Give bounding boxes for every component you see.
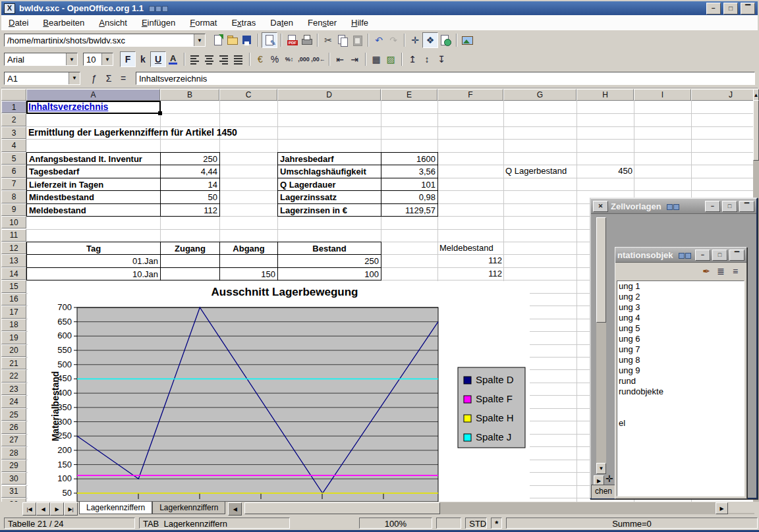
valign-top-button[interactable]: ↥: [405, 52, 420, 66]
cell-F13[interactable]: 112: [437, 254, 504, 267]
save-icon[interactable]: [240, 33, 254, 47]
cell-B12[interactable]: Zugang: [160, 242, 220, 255]
style-list-item[interactable]: ung 1: [617, 281, 744, 292]
cell-B8[interactable]: 50: [160, 190, 220, 203]
style-list-item[interactable]: [617, 408, 744, 418]
next-sheet-button[interactable]: ▶: [50, 502, 64, 516]
rollup-button[interactable]: ▔: [741, 3, 755, 14]
cell-C12[interactable]: Abgang: [219, 242, 278, 255]
align-left-button[interactable]: [188, 52, 202, 66]
row-header-16[interactable]: 16: [1, 293, 26, 306]
italic-button[interactable]: k: [136, 52, 150, 66]
menu-item-fenster[interactable]: Fenster: [300, 16, 344, 30]
font-size-dropdown-icon[interactable]: ▼: [101, 53, 113, 65]
column-header-E[interactable]: E: [381, 89, 437, 101]
row-header-7[interactable]: 7: [1, 178, 26, 190]
number-currency-button[interactable]: €: [253, 52, 267, 66]
font-name-combobox[interactable]: Arial ▼: [4, 53, 78, 66]
cell-D12[interactable]: Bestand: [277, 242, 381, 255]
row-header-9[interactable]: 9: [1, 203, 26, 216]
row-header-19[interactable]: 19: [1, 331, 26, 344]
cell-B9[interactable]: 112: [160, 203, 220, 217]
add-decimal-button[interactable]: ,000: [296, 52, 311, 66]
row-header-26[interactable]: 26: [1, 421, 26, 433]
url-combobox[interactable]: /home/martinix/shots/bwldv.sxc ▼: [4, 34, 206, 47]
menu-item-einfügen[interactable]: Einfügen: [134, 16, 183, 30]
column-header-A[interactable]: A: [26, 89, 160, 101]
row-header-8[interactable]: 8: [1, 190, 26, 203]
scroll-up-icon[interactable]: ▲: [753, 89, 759, 101]
row-header-14[interactable]: 14: [1, 267, 26, 280]
column-header-G[interactable]: G: [503, 89, 576, 101]
menu-item-bearbeiten[interactable]: Bearbeiten: [36, 16, 92, 30]
fill-handle[interactable]: [158, 111, 162, 115]
hscroll-thumb[interactable]: [244, 502, 440, 514]
column-header-B[interactable]: B: [160, 89, 219, 101]
selection-mode[interactable]: STD: [465, 518, 487, 529]
column-header-J[interactable]: J: [691, 89, 754, 101]
cell-E8[interactable]: 0,98: [381, 190, 438, 203]
menu-item-daten[interactable]: Daten: [263, 16, 300, 30]
hidden-sheet-tab[interactable]: chen: [591, 485, 616, 498]
scroll-down-icon[interactable]: ▼: [596, 463, 606, 474]
gallery-icon[interactable]: [460, 33, 474, 47]
new-style-icon[interactable]: ≣: [714, 264, 728, 279]
name-box[interactable]: A1 ▼: [4, 72, 80, 85]
zoom-level[interactable]: 100%: [359, 518, 432, 529]
menu-item-ansicht[interactable]: Ansicht: [92, 16, 134, 30]
move-handle-icon[interactable]: ✛: [605, 473, 613, 484]
menu-item-datei[interactable]: Datei: [1, 16, 36, 30]
cell-E9[interactable]: 1129,57: [381, 203, 438, 217]
prev-sheet-button[interactable]: ◀: [36, 502, 50, 516]
decrease-indent-button[interactable]: ⇤: [333, 52, 347, 66]
url-field[interactable]: /home/martinix/shots/bwldv.sxc: [5, 34, 194, 46]
cell-D7[interactable]: Q Lagerdauer: [277, 178, 381, 191]
title-bar[interactable]: X bwldv.sxc - OpenOffice.org 1.1 −□▔: [1, 1, 758, 15]
row-header-5[interactable]: 5: [1, 152, 26, 165]
style-list-item[interactable]: [617, 397, 744, 408]
bold-button[interactable]: F: [120, 51, 136, 67]
style-list-item[interactable]: el: [617, 418, 744, 429]
row-header-25[interactable]: 25: [1, 408, 26, 421]
print-icon[interactable]: [299, 33, 314, 47]
cut-icon[interactable]: ✂: [321, 33, 335, 47]
cell-D13[interactable]: 250: [277, 254, 381, 267]
cell-A8[interactable]: Mindestbestand: [26, 190, 161, 203]
style-list-item[interactable]: ung 2: [617, 292, 744, 302]
valign-bottom-button[interactable]: ↧: [434, 52, 449, 66]
cell-D14[interactable]: 100: [277, 267, 381, 280]
number-percent-button[interactable]: %: [267, 52, 282, 66]
last-sheet-button[interactable]: ▶|: [64, 502, 78, 516]
edit-file-icon[interactable]: [262, 32, 277, 48]
minimize-button[interactable]: −: [706, 3, 721, 14]
cell-A14[interactable]: 10.Jan: [26, 267, 161, 280]
row-header-13[interactable]: 13: [1, 254, 26, 267]
stylist-scroll-thumb[interactable]: [596, 217, 606, 323]
formula-input-value[interactable]: Inhaltsverzeichnis: [136, 72, 754, 84]
row-header-1[interactable]: 1: [1, 101, 26, 113]
row-header-27[interactable]: 27: [1, 434, 26, 446]
cell-E7[interactable]: 101: [381, 178, 438, 191]
cell-A6[interactable]: Tagesbedarf: [26, 165, 161, 178]
cell-F14[interactable]: 112: [437, 267, 504, 280]
select-all-corner[interactable]: [1, 89, 26, 101]
style-list-item[interactable]: rundobjekte: [617, 386, 744, 397]
row-header-28[interactable]: 28: [1, 446, 26, 459]
cell-reference[interactable]: A1: [5, 72, 69, 84]
open-icon[interactable]: [225, 33, 240, 47]
stylist-title-bar[interactable]: ✕ Zellvorlagen −□▔: [591, 199, 756, 214]
cell-A9[interactable]: Meldebestand: [26, 203, 161, 217]
row-header-11[interactable]: 11: [1, 229, 26, 242]
cell-C14[interactable]: 150: [219, 267, 278, 280]
font-size-value[interactable]: 10: [84, 53, 101, 65]
cell-D8[interactable]: Lagerzinssatz: [277, 190, 381, 203]
align-center-button[interactable]: [202, 52, 217, 66]
row-header-24[interactable]: 24: [1, 395, 26, 408]
font-name-value[interactable]: Arial: [5, 53, 66, 65]
row-header-22[interactable]: 22: [1, 369, 26, 382]
font-name-dropdown-icon[interactable]: ▼: [66, 53, 77, 65]
row-header-15[interactable]: 15: [1, 280, 26, 292]
cell-E5[interactable]: 1600: [381, 152, 438, 165]
styles-window-title-bar[interactable]: ntationsobjek −□▔: [615, 248, 746, 263]
column-header-F[interactable]: F: [437, 89, 503, 101]
